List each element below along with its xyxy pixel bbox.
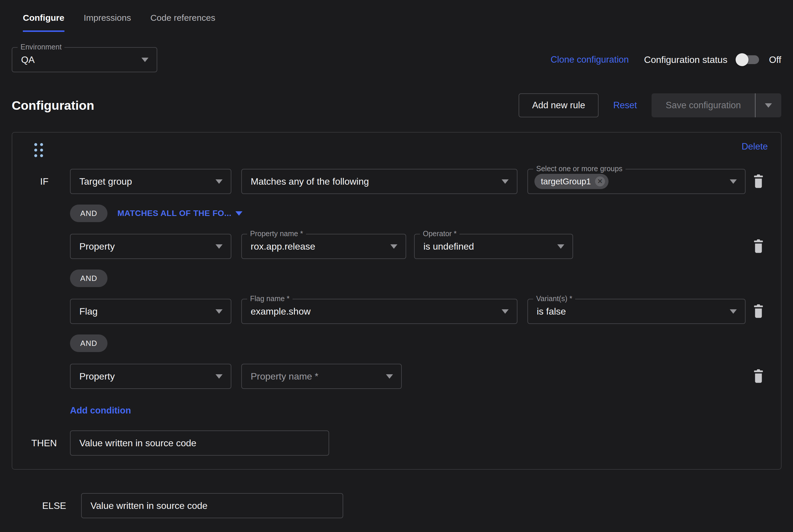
if-condition-row: IF Target group Matches any of the follo… — [29, 169, 768, 194]
target-group-chip-label: targetGroup1 — [541, 177, 591, 186]
flag-name-value: example.show — [242, 306, 311, 317]
and-row: AND MATCHES ALL OF THE FO... — [29, 205, 768, 222]
condition-type-value: Target group — [71, 176, 132, 187]
property-name-value: rox.app.release — [242, 241, 315, 252]
else-value: Value written in source code — [82, 500, 208, 511]
property-name-placeholder: Property name * — [242, 371, 318, 382]
then-value: Value written in source code — [71, 438, 197, 449]
environment-label: Environment — [18, 43, 64, 51]
chevron-down-icon — [216, 309, 223, 314]
page: Configure Impressions Code references En… — [0, 0, 793, 518]
variant-label: Variant(s) * — [533, 294, 575, 303]
target-groups-select[interactable]: Select one or more groups targetGroup1 ✕ — [528, 169, 745, 194]
chevron-down-icon — [386, 374, 393, 379]
and-badge: AND — [70, 335, 108, 352]
target-groups-label: Select one or more groups — [533, 165, 626, 173]
configuration-header-row: Configuration Add new rule Reset Save co… — [12, 93, 781, 117]
chevron-down-icon — [765, 103, 772, 108]
condition-type-select[interactable]: Property — [70, 364, 231, 389]
chevron-down-icon — [502, 309, 509, 314]
remove-chip-icon[interactable]: ✕ — [595, 176, 605, 186]
flag-name-label: Flag name * — [247, 294, 293, 303]
and-row: AND — [29, 269, 768, 287]
tab-code-references[interactable]: Code references — [150, 10, 215, 32]
tab-configure[interactable]: Configure — [23, 10, 64, 32]
chevron-down-icon — [502, 179, 509, 184]
chevron-down-icon — [730, 309, 737, 314]
trash-icon — [752, 369, 765, 384]
configuration-actions: Add new rule Reset Save configuration — [519, 93, 781, 117]
chevron-down-icon — [216, 244, 223, 249]
condition-type-select[interactable]: Target group — [70, 169, 231, 194]
trash-icon — [752, 239, 765, 254]
and-badge: AND — [70, 205, 108, 222]
chevron-down-icon — [216, 374, 223, 379]
flag-name-select[interactable]: Flag name * example.show — [241, 299, 517, 324]
environment-actions: Clone configuration Configuration status… — [551, 54, 781, 65]
and-badge: AND — [70, 269, 108, 287]
chevron-down-icon — [730, 179, 737, 184]
condition-type-value: Flag — [71, 306, 97, 317]
trash-icon — [752, 304, 765, 319]
else-label: ELSE — [42, 500, 81, 511]
group-operator-select[interactable]: Matches any of the following — [241, 169, 517, 194]
rule-card: Delete IF Target group Matches any of th… — [12, 132, 781, 470]
property-condition-row: Property Property name * rox.app.release… — [29, 234, 768, 259]
configuration-status-group: Configuration status Off — [644, 54, 781, 65]
configuration-status-value: Off — [769, 54, 781, 65]
tab-impressions[interactable]: Impressions — [84, 10, 131, 32]
condition-type-value: Property — [71, 371, 115, 382]
delete-condition-button[interactable] — [749, 369, 768, 384]
if-label: IF — [29, 176, 70, 187]
reset-link[interactable]: Reset — [613, 100, 637, 111]
and-row: AND — [29, 335, 768, 352]
add-condition-link[interactable]: Add condition — [70, 405, 131, 416]
flag-condition-row: Flag Flag name * example.show Variant(s)… — [29, 299, 768, 324]
matches-all-dropdown[interactable]: MATCHES ALL OF THE FO... — [117, 209, 242, 218]
operator-value: is undefined — [414, 241, 474, 252]
chevron-down-icon — [216, 179, 223, 184]
save-options-button[interactable] — [756, 93, 781, 117]
environment-value: QA — [12, 54, 35, 65]
delete-condition-button[interactable] — [749, 239, 768, 254]
variant-value: is false — [528, 306, 566, 317]
configuration-status-toggle[interactable] — [737, 55, 759, 64]
target-group-chip: targetGroup1 ✕ — [534, 174, 609, 189]
condition-type-select[interactable]: Flag — [70, 299, 231, 324]
then-label: THEN — [29, 438, 70, 449]
then-value-select[interactable]: Value written in source code — [70, 431, 329, 456]
add-new-rule-button[interactable]: Add new rule — [519, 93, 598, 117]
variant-select[interactable]: Variant(s) * is false — [528, 299, 745, 324]
chevron-down-icon — [236, 211, 242, 216]
empty-property-condition-row: Property Property name * — [29, 364, 768, 389]
property-name-select[interactable]: Property name * — [241, 364, 402, 389]
property-name-label: Property name * — [247, 229, 306, 238]
else-value-select[interactable]: Value written in source code — [81, 493, 343, 518]
matches-all-label: MATCHES ALL OF THE FO... — [117, 209, 231, 218]
chevron-down-icon — [142, 58, 148, 62]
environment-row: Environment QA Clone configuration Confi… — [12, 47, 781, 72]
configuration-status-label: Configuration status — [644, 54, 727, 65]
tab-bar: Configure Impressions Code references — [12, 10, 781, 32]
group-operator-value: Matches any of the following — [242, 176, 369, 187]
environment-select[interactable]: Environment QA — [12, 47, 157, 72]
operator-select[interactable]: Operator * is undefined — [414, 234, 573, 259]
toggle-thumb — [736, 53, 749, 66]
delete-condition-button[interactable] — [749, 174, 768, 189]
rule-card-header: Delete — [29, 141, 768, 157]
chevron-down-icon — [390, 244, 398, 249]
clone-configuration-link[interactable]: Clone configuration — [551, 54, 629, 65]
save-configuration-label: Save configuration — [651, 93, 756, 117]
chevron-down-icon — [557, 244, 564, 249]
operator-label: Operator * — [420, 229, 459, 238]
page-title: Configuration — [12, 98, 94, 113]
trash-icon — [752, 174, 765, 189]
condition-type-value: Property — [71, 241, 115, 252]
condition-type-select[interactable]: Property — [70, 234, 231, 259]
then-row: THEN Value written in source code — [29, 431, 768, 456]
drag-handle-icon[interactable] — [29, 141, 43, 157]
delete-condition-button[interactable] — [749, 304, 768, 319]
save-configuration-button[interactable]: Save configuration — [651, 93, 781, 117]
property-name-select[interactable]: Property name * rox.app.release — [241, 234, 406, 259]
delete-rule-link[interactable]: Delete — [741, 141, 768, 152]
